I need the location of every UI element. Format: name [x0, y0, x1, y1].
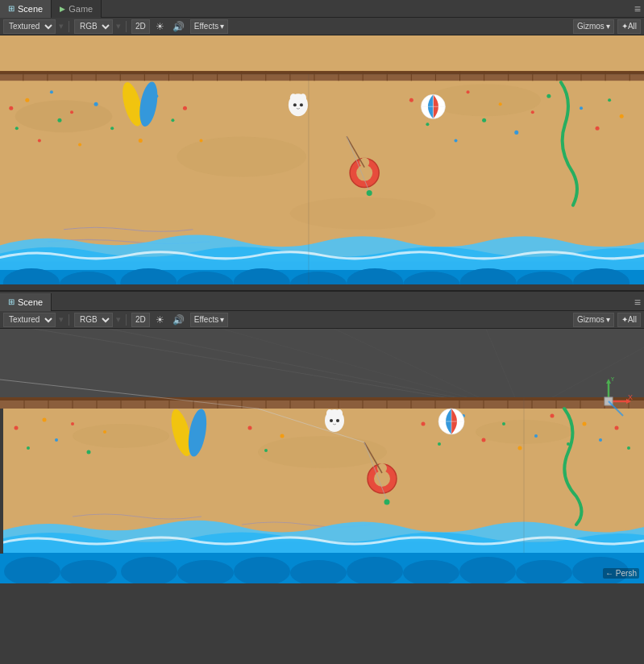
bottom-tab-bar: ⊞ Scene ≡ — [0, 293, 644, 311]
svg-point-138 — [71, 422, 74, 425]
scene-tab-icon-bottom: ⊞ — [8, 297, 15, 306]
bottom-panel-menu[interactable]: ≡ — [634, 296, 641, 309]
sep2 — [126, 21, 127, 32]
top-toolbar: Textured ▾ RGB ▾ 2D ☀ 🔊 Effects ▾ Gizmos… — [0, 18, 644, 35]
effects-arrow-top: ▾ — [220, 22, 224, 31]
svg-point-48 — [183, 106, 187, 110]
svg-point-47 — [171, 118, 174, 122]
draw-mode-select-top[interactable]: Textured — [3, 19, 56, 34]
svg-point-135 — [27, 446, 30, 450]
svg-point-173 — [384, 500, 390, 505]
svg-point-62 — [596, 127, 600, 131]
svg-point-152 — [551, 414, 555, 418]
svg-point-38 — [50, 90, 53, 93]
effects-btn-bottom[interactable]: Effects ▾ — [190, 313, 228, 327]
scene-tab-bottom[interactable]: ⊞ Scene — [0, 293, 52, 311]
svg-point-55 — [482, 118, 486, 122]
scene-tab-icon: ⊞ — [8, 4, 15, 13]
svg-point-34 — [9, 106, 13, 110]
svg-point-40 — [70, 110, 73, 114]
layers-label-bottom: ✦All — [621, 315, 637, 324]
projection-label-bottom: 2D — [135, 315, 146, 324]
svg-point-141 — [248, 426, 252, 430]
svg-point-132 — [258, 436, 387, 468]
svg-point-49 — [200, 139, 203, 142]
svg-rect-187 — [0, 409, 3, 554]
svg-point-51 — [426, 122, 429, 126]
layers-btn-top[interactable]: ✦All — [617, 19, 641, 34]
top-scene-viewport[interactable] — [0, 35, 644, 290]
svg-point-39 — [57, 118, 61, 122]
audio-btn-top[interactable]: 🔊 — [170, 19, 187, 34]
sun-btn-top[interactable]: ☀ — [153, 19, 167, 34]
gizmos-btn-bottom[interactable]: Gizmos ▾ — [573, 313, 614, 327]
svg-point-151 — [534, 434, 538, 438]
sun-icon-bottom: ☀ — [156, 314, 164, 326]
effects-arrow-bottom: ▾ — [220, 315, 224, 324]
svg-point-58 — [531, 110, 534, 114]
svg-point-41 — [78, 143, 81, 146]
svg-point-157 — [627, 446, 630, 450]
color-space-select-bottom[interactable]: RGB — [74, 313, 113, 327]
svg-point-134 — [15, 426, 19, 430]
top-tab-bar: ⊞ Scene ▶ Game ≡ — [0, 0, 644, 18]
bottom-scene-svg — [0, 329, 644, 583]
svg-point-59 — [546, 94, 551, 98]
projection-btn-top[interactable]: 2D — [131, 19, 150, 34]
svg-text:X: X — [628, 393, 633, 401]
svg-point-161 — [326, 409, 333, 417]
svg-point-131 — [73, 424, 169, 448]
svg-point-45 — [139, 139, 143, 143]
game-tab-top[interactable]: ▶ Game — [52, 0, 102, 18]
svg-point-71 — [300, 103, 303, 106]
layers-btn-bottom[interactable]: ✦All — [617, 313, 641, 327]
svg-point-150 — [518, 446, 522, 450]
gizmos-label-bottom: Gizmos — [577, 315, 605, 324]
svg-point-156 — [615, 426, 619, 430]
bottom-scene-viewport[interactable]: Y X ← Persh — [0, 329, 644, 583]
svg-point-43 — [110, 127, 114, 130]
svg-line-196 — [609, 401, 623, 416]
gizmos-label-top: Gizmos — [577, 22, 605, 31]
svg-point-69 — [300, 93, 306, 102]
panel-divider — [0, 290, 644, 292]
draw-mode-select-bottom[interactable]: Textured — [3, 313, 56, 327]
svg-point-56 — [499, 102, 502, 106]
audio-btn-bottom[interactable]: 🔊 — [170, 313, 187, 327]
audio-icon-top: 🔊 — [172, 21, 185, 32]
svg-point-139 — [87, 450, 91, 454]
sun-btn-bottom[interactable]: ☀ — [153, 313, 167, 327]
svg-point-50 — [409, 98, 413, 102]
svg-point-54 — [467, 90, 470, 93]
bottom-panel: ⊞ Scene ≡ Textured ▾ RGB ▾ 2D ☀ 🔊 Effect… — [0, 293, 644, 583]
scene-tab-label: Scene — [18, 4, 43, 14]
svg-point-137 — [55, 438, 58, 442]
svg-point-53 — [455, 139, 458, 142]
axis-gizmo: Y X — [584, 377, 633, 425]
svg-text:Y: Y — [610, 377, 615, 383]
svg-point-142 — [264, 449, 268, 452]
projection-btn-bottom[interactable]: 2D — [131, 313, 150, 327]
svg-point-36 — [25, 98, 29, 102]
svg-point-136 — [43, 418, 47, 422]
top-scene-svg — [0, 35, 644, 290]
top-panel: ⊞ Scene ▶ Game ≡ Textured ▾ RGB ▾ 2D ☀ 🔊… — [0, 0, 644, 290]
svg-point-149 — [502, 422, 505, 425]
color-space-select-top[interactable]: RGB — [74, 19, 113, 34]
svg-point-163 — [330, 419, 333, 422]
bottom-toolbar: Textured ▾ RGB ▾ 2D ☀ 🔊 Effects ▾ Gizmos… — [0, 311, 644, 329]
gizmos-arrow-top: ▾ — [606, 22, 610, 31]
effects-btn-top[interactable]: Effects ▾ — [190, 19, 228, 34]
gizmos-btn-top[interactable]: Gizmos ▾ — [573, 19, 614, 34]
top-panel-menu[interactable]: ≡ — [634, 2, 641, 15]
svg-point-70 — [293, 103, 297, 106]
projection-label-top: 2D — [135, 22, 146, 31]
svg-point-61 — [580, 106, 583, 110]
svg-point-3 — [177, 136, 306, 176]
svg-point-64 — [620, 114, 624, 118]
svg-point-143 — [280, 434, 285, 438]
audio-icon-bottom: 🔊 — [172, 314, 185, 326]
svg-rect-94 — [0, 284, 644, 290]
game-tab-label: Game — [69, 4, 93, 14]
scene-tab-top[interactable]: ⊞ Scene — [0, 0, 52, 18]
